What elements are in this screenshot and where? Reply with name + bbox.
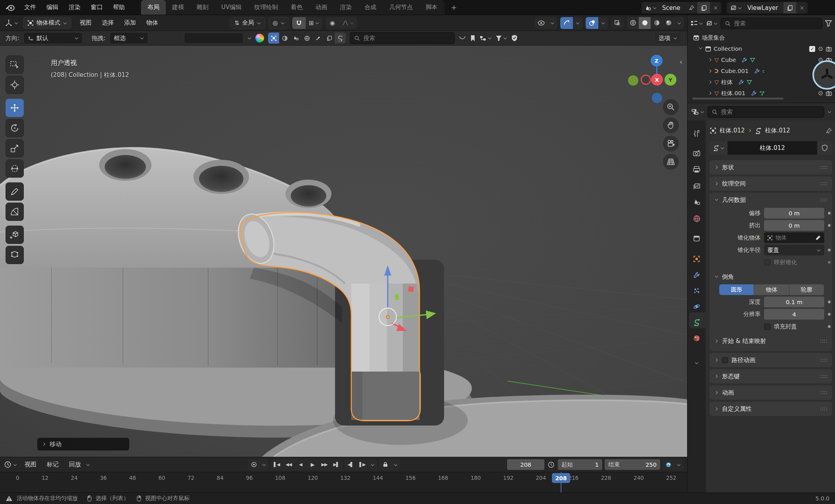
timeline-menu-item[interactable]: 标记 <box>42 457 64 472</box>
breadcrumb-object-name[interactable]: 柱体.012 <box>720 127 745 134</box>
filter-select-toggle[interactable] <box>268 33 279 44</box>
panel-drag-dots[interactable]: ∷∷ <box>820 374 827 379</box>
tool-search-field[interactable]: 搜索 <box>350 32 455 44</box>
outliner-display-mode-button[interactable] <box>691 20 703 27</box>
visibility-icon[interactable]: ⊙ <box>818 45 823 52</box>
tool-extra-dropdown[interactable] <box>184 33 243 44</box>
outliner-row-collection[interactable]: Collection ✓ ⊙ <box>691 43 832 54</box>
collection-checkbox[interactable]: ✓ <box>809 46 815 52</box>
gizmo-dropdown[interactable] <box>573 17 582 29</box>
outliner-row-cube001[interactable]: Ɔ Cube.001 c ⊙ <box>691 65 832 77</box>
bevel-mode-option[interactable]: 轮廓 <box>789 284 824 295</box>
overlays-dropdown[interactable] <box>598 17 608 29</box>
render-visibility-icon[interactable] <box>826 46 832 52</box>
tab-modifiers[interactable] <box>688 268 706 283</box>
step-back-button[interactable]: ◀▌ <box>345 459 356 470</box>
step-forward-button[interactable]: ▌▶ <box>356 459 368 470</box>
panel-custom-properties[interactable]: 自定义属性∷∷ <box>710 402 832 416</box>
animate-dot[interactable] <box>828 249 831 251</box>
frame-end-field[interactable]: 结束250 <box>605 459 660 470</box>
panel-shape-keys[interactable]: 形态键∷∷ <box>710 369 832 383</box>
camera-view-button[interactable] <box>663 136 679 151</box>
subpanel-bevel-header[interactable]: 倒角 <box>710 270 832 284</box>
playback-sync-toggle[interactable] <box>663 459 674 470</box>
timeline-menu-item[interactable]: 回放 <box>64 457 86 472</box>
fake-user-shield-toggle[interactable] <box>817 141 832 155</box>
workspace-tab[interactable]: 布局 <box>141 0 166 15</box>
playhead-badge[interactable]: 208 <box>552 473 570 483</box>
tool-annotate[interactable] <box>6 182 24 201</box>
properties-editor-type-button[interactable] <box>691 108 704 115</box>
falloff-dropdown-chevron[interactable] <box>247 36 251 40</box>
outliner-row-cube[interactable]: ▽ Cube ⊙ <box>691 54 832 65</box>
depth-field[interactable]: 0.1 m <box>764 297 824 307</box>
bevel-mode-option[interactable]: 圆形 <box>719 284 754 295</box>
map-taper-checkbox[interactable] <box>764 259 770 266</box>
snap-toggle[interactable] <box>292 17 306 29</box>
bookmark-icon[interactable] <box>470 35 476 42</box>
shading-dropdown[interactable] <box>674 17 684 29</box>
properties-search-field[interactable]: 搜索 <box>707 106 824 118</box>
drag-dropdown[interactable]: 框选 <box>109 32 148 44</box>
fill-caps-checkbox[interactable] <box>764 324 770 330</box>
workspace-tab[interactable]: 纹理绘制 <box>248 0 284 15</box>
workspace-tab[interactable]: 动画 <box>309 0 333 15</box>
snap-with-dropdown[interactable]: ⊞ <box>306 17 323 29</box>
jump-to-end-button[interactable]: ▶▌ <box>330 459 342 470</box>
filter-sphere-toggle[interactable] <box>279 33 290 44</box>
outliner-row-zhuti[interactable]: ▽ 柱体 ⊙ <box>691 77 832 88</box>
show-overlays-toggle[interactable] <box>586 17 598 29</box>
viewlayer-icon[interactable] <box>727 2 745 13</box>
tab-object[interactable] <box>688 251 706 266</box>
new-scene-icon[interactable] <box>697 2 710 13</box>
timeline-ruler[interactable]: 0122436486072849610812013214415616818019… <box>0 472 687 493</box>
tab-tool[interactable] <box>688 126 706 141</box>
animate-dot[interactable] <box>828 261 831 264</box>
filter-duplicate-toggle[interactable] <box>324 33 335 44</box>
outliner-row-zhuti001[interactable]: ▽ 柱体.001 ⊙ <box>691 88 832 99</box>
tool-scale[interactable] <box>6 139 24 157</box>
jump-to-start-button[interactable]: ▌◀ <box>271 459 283 470</box>
filter-funnel-dropdown[interactable] <box>496 35 507 41</box>
pin-icon[interactable] <box>686 2 697 13</box>
gizmo-axis-x[interactable]: X <box>651 74 663 86</box>
tab-strip-more-chevron[interactable] <box>688 355 706 370</box>
panel-shape[interactable]: 形状∷∷ <box>710 160 832 174</box>
tab-object-data[interactable] <box>688 314 706 330</box>
shading-material-toggle[interactable] <box>651 17 663 29</box>
expand-icon[interactable] <box>708 69 712 73</box>
tab-scene[interactable] <box>688 195 706 210</box>
viewport-menu-item[interactable]: 视图 <box>75 15 97 31</box>
next-keyframe-button[interactable]: ▶▶ <box>318 459 330 470</box>
gizmo-axis-z-neg[interactable] <box>652 93 662 103</box>
tool-cursor[interactable] <box>6 76 24 94</box>
path-animation-checkbox[interactable] <box>722 357 728 363</box>
tool-transform[interactable] <box>6 159 24 178</box>
workspace-tab[interactable]: 脚本 <box>419 0 444 15</box>
outliner-filter-icon[interactable] <box>825 20 832 27</box>
render-visibility-icon[interactable] <box>826 91 832 96</box>
offset-field[interactable]: 0 m <box>764 208 824 218</box>
filter-brush-toggle[interactable] <box>312 33 324 44</box>
taper-radius-dropdown[interactable]: 覆盖 <box>764 245 824 255</box>
tab-physics[interactable] <box>688 299 706 314</box>
keying-lock-icon[interactable] <box>379 459 391 470</box>
tab-collection[interactable] <box>688 231 706 246</box>
scene-name[interactable]: Scene <box>660 2 686 13</box>
tool-measure[interactable] <box>6 203 24 221</box>
frame-start-field[interactable]: 起始1 <box>558 459 602 470</box>
scene-icon[interactable] <box>642 2 660 13</box>
object-icon[interactable] <box>710 127 716 134</box>
visibility-dropdown[interactable] <box>548 17 557 29</box>
operator-panel[interactable]: 移动 <box>37 438 129 450</box>
tab-material[interactable] <box>688 331 706 346</box>
outliner-search-field[interactable]: 搜索 <box>720 18 822 29</box>
expand-icon[interactable] <box>699 46 703 50</box>
datablock-name-input[interactable]: 柱体.012 <box>728 141 817 155</box>
expand-icon[interactable] <box>708 58 712 62</box>
unlink-scene-icon[interactable]: × <box>710 2 722 13</box>
expand-icon[interactable] <box>708 80 712 84</box>
editor-type-button[interactable] <box>3 19 20 27</box>
shading-rendered-toggle[interactable] <box>663 17 674 29</box>
visibility-icon[interactable]: ⊙ <box>818 90 823 97</box>
